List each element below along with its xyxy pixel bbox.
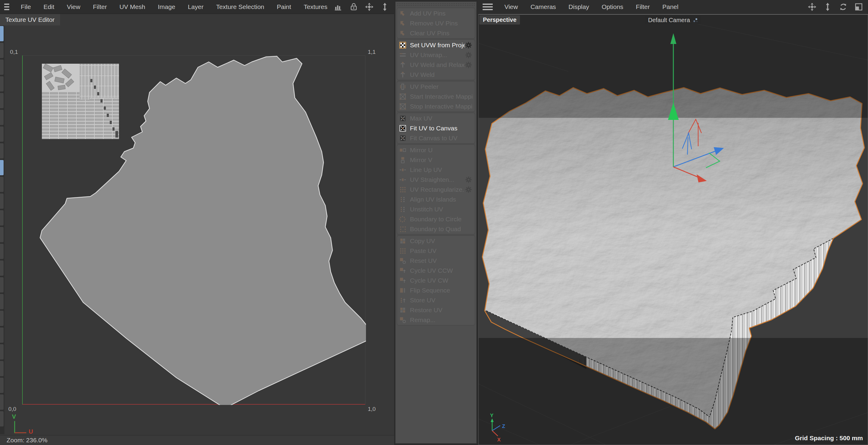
tool-strip-button[interactable]: [0, 361, 4, 376]
menu-item-uv-weld-and-relax[interactable]: UV Weld and Relax...: [397, 60, 475, 70]
tool-strip-button[interactable]: [0, 160, 4, 175]
tool-strip-button[interactable]: [0, 76, 4, 91]
histogram-icon[interactable]: [334, 2, 343, 11]
gear-options-icon[interactable]: [465, 186, 472, 194]
unwrap-icon: [399, 51, 407, 59]
menu-item-store-uv[interactable]: Store UV: [397, 295, 475, 305]
hamburger-menu-icon[interactable]: [4, 4, 9, 10]
tool-strip-button[interactable]: [0, 60, 4, 75]
document-tab[interactable]: Texture UV Editor: [0, 14, 60, 25]
menu-image[interactable]: Image: [152, 1, 182, 12]
menu-item-uv-peeler[interactable]: UV Peeler: [397, 82, 475, 91]
menu-view[interactable]: View: [61, 1, 87, 12]
gear-options-icon[interactable]: [465, 51, 472, 59]
tool-strip-button[interactable]: [0, 194, 4, 209]
menu-item-uv-straighten[interactable]: UV Straighten...: [397, 175, 475, 184]
menu-item-label: Add UV Pins: [410, 10, 445, 17]
tool-strip-button[interactable]: [0, 143, 4, 158]
tool-strip-button[interactable]: [0, 344, 4, 359]
uv-editor-toolbar-icons: [334, 2, 391, 11]
tool-strip-button[interactable]: [0, 126, 4, 142]
tool-strip-button[interactable]: [0, 378, 4, 393]
vp-menu-options[interactable]: Options: [595, 1, 629, 12]
menu-file[interactable]: File: [14, 1, 37, 12]
tool-strip-button[interactable]: [0, 110, 4, 125]
tool-strip-button[interactable]: [0, 210, 4, 226]
vp-menu-display[interactable]: Display: [562, 1, 595, 12]
maximize-view-icon[interactable]: [854, 2, 863, 11]
tool-strip-button[interactable]: [0, 261, 4, 276]
vp-menu-panel[interactable]: Panel: [656, 1, 685, 12]
menu-item-add-uv-pins[interactable]: Add UV Pins: [397, 8, 475, 18]
tool-strip-button[interactable]: [0, 93, 4, 108]
gear-options-icon[interactable]: [465, 61, 472, 69]
tool-strip-button[interactable]: [0, 43, 4, 58]
tool-strip-button[interactable]: [0, 294, 4, 309]
menu-item-align-uv-islands[interactable]: Align UV Islands: [397, 195, 475, 204]
hamburger-menu-icon[interactable]: [483, 4, 493, 10]
tool-strip-button[interactable]: [0, 244, 4, 259]
menu-textures[interactable]: Textures: [298, 1, 334, 12]
menu-item-copy-uv[interactable]: Copy UV: [397, 236, 475, 246]
menu-item-uv-rectangularize[interactable]: UV Rectangularize...: [397, 184, 475, 195]
viewport-camera-selector[interactable]: Default Camera: [645, 16, 701, 24]
menu-paint[interactable]: Paint: [271, 1, 298, 12]
tool-strip-button[interactable]: [0, 411, 4, 426]
menu-layer[interactable]: Layer: [182, 1, 210, 12]
menu-item-paste-uv[interactable]: Paste UV: [397, 246, 475, 256]
menu-item-stop-interactive-mapping[interactable]: Stop Interactive Mapping: [397, 101, 475, 111]
menu-item-uv-unwrap[interactable]: UV Unwrap...: [397, 50, 475, 60]
pin-clear-icon: [399, 29, 407, 37]
menu-item-remove-uv-pins[interactable]: Remove UV Pins: [397, 18, 475, 28]
pan-view-icon[interactable]: [365, 2, 374, 11]
menu-filter[interactable]: Filter: [87, 1, 113, 12]
tool-strip-button[interactable]: [0, 311, 4, 326]
menu-item-start-interactive-mapping[interactable]: Start Interactive Mapping: [397, 91, 475, 101]
menu-item-max-uv[interactable]: Max UV: [397, 113, 475, 123]
tool-strip-button[interactable]: [0, 26, 4, 41]
pan-view-icon[interactable]: [808, 2, 816, 11]
menu-item-mirror-v[interactable]: Mirror V: [397, 155, 475, 165]
menu-texture-selection[interactable]: Texture Selection: [210, 1, 271, 12]
vp-menu-filter[interactable]: Filter: [630, 1, 656, 12]
perspective-viewport[interactable]: Y Z X Perspective Default Camera Grid Sp…: [478, 14, 868, 445]
zoom-view-icon[interactable]: [823, 2, 832, 11]
menu-item-fit-uv-to-canvas[interactable]: Fit UV to Canvas: [397, 123, 475, 133]
menu-item-set-uvw-from-projection[interactable]: Set UVW from Projection...: [397, 40, 475, 50]
menu-item-label: Fit Canvas to UV: [410, 135, 458, 142]
gear-options-icon[interactable]: [465, 176, 472, 184]
menu-item-cycle-uv-cw[interactable]: Cycle UV CW: [397, 275, 475, 285]
menu-item-boundary-to-quad[interactable]: Boundary to Quad: [397, 224, 475, 234]
menu-uv-mesh[interactable]: UV Mesh: [113, 1, 151, 12]
menu-item-remap[interactable]: Remap...: [397, 315, 475, 325]
menu-item-reset-uv[interactable]: Reset UV: [397, 256, 475, 266]
menu-item-uv-weld[interactable]: UV Weld: [397, 70, 475, 80]
menu-item-mirror-u[interactable]: Mirror U: [397, 145, 475, 155]
zoom-view-icon[interactable]: [380, 2, 389, 11]
left-tool-strip[interactable]: [0, 25, 4, 434]
tool-strip-button[interactable]: [0, 177, 4, 192]
tool-strip-button[interactable]: [0, 394, 4, 410]
menu-item-boundary-to-circle[interactable]: Boundary to Circle: [397, 214, 475, 224]
gear-options-icon[interactable]: [465, 41, 472, 49]
menu-item-unstitch-uv[interactable]: Unstitch UV: [397, 204, 475, 214]
menu-item-fit-canvas-to-uv[interactable]: Fit Canvas to UV: [397, 133, 475, 143]
uv-corner-top-left: 0,1: [6, 49, 18, 55]
tool-strip-button[interactable]: [0, 227, 4, 242]
menu-item-clear-uv-pins[interactable]: Clear UV Pins: [397, 28, 475, 38]
menu-item-line-up-uv[interactable]: Line Up UV: [397, 165, 475, 175]
menu-item-cycle-uv-ccw[interactable]: Cycle UV CCW: [397, 266, 475, 275]
uv-canvas[interactable]: [22, 55, 365, 405]
camera-dots-icon[interactable]: [692, 17, 699, 23]
rotate-view-icon[interactable]: [839, 2, 848, 11]
lock-icon[interactable]: [349, 2, 358, 11]
menu-item-restore-uv[interactable]: Restore UV: [397, 305, 475, 315]
menu-item-flip-sequence[interactable]: Flip Sequence: [397, 285, 475, 295]
vp-menu-view[interactable]: View: [498, 1, 524, 12]
tool-strip-button[interactable]: [0, 277, 4, 293]
menu-edit[interactable]: Edit: [37, 1, 60, 12]
tool-strip-button[interactable]: [0, 327, 4, 343]
palette-grip-handle[interactable]: [397, 3, 475, 7]
vp-menu-cameras[interactable]: Cameras: [524, 1, 562, 12]
viewport-view-label[interactable]: Perspective: [479, 15, 520, 25]
